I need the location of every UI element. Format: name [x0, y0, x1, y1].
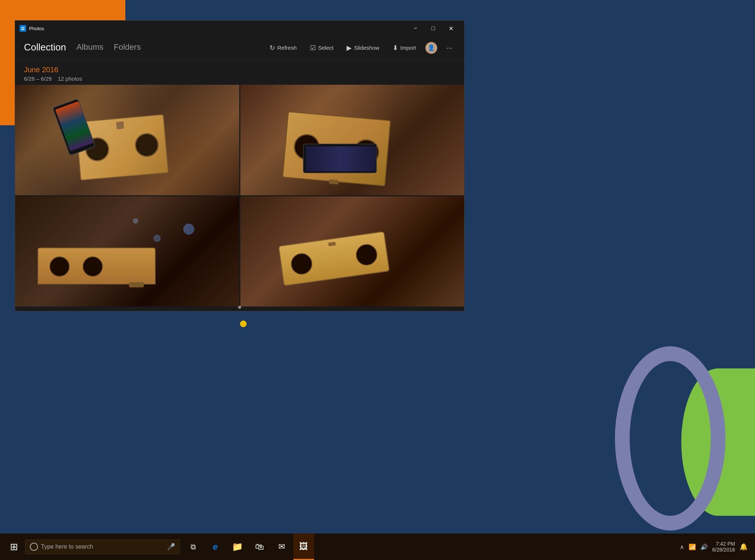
- toolbar-actions: ↻ Refresh ☑ Select ▶ Slideshow ⬇ Import …: [266, 42, 455, 54]
- notification-icon[interactable]: 🔔: [740, 543, 748, 551]
- date-header: June 2016 6/28 – 6/29 12 photos: [15, 60, 464, 85]
- photo-grid: [15, 85, 464, 307]
- close-button[interactable]: ✕: [442, 22, 460, 34]
- photo-2-inner: [240, 85, 465, 195]
- app-icon: 🖼: [20, 25, 26, 32]
- slideshow-button[interactable]: ▶ Slideshow: [343, 42, 383, 54]
- microphone-icon[interactable]: 🎤: [167, 543, 175, 551]
- photo-4[interactable]: [240, 196, 465, 307]
- search-icon: [30, 543, 38, 551]
- select-icon: ☑: [310, 44, 316, 52]
- title-bar-left: 🖼 Photos: [20, 25, 44, 32]
- search-bar[interactable]: Type here to search 🎤: [25, 539, 180, 554]
- slideshow-icon: ▶: [347, 44, 352, 52]
- import-button[interactable]: ⬇ Import: [389, 42, 420, 54]
- title-bar-controls: − □ ✕: [407, 22, 460, 34]
- folder-icon: 📁: [232, 542, 243, 552]
- bg-purple-arc: [615, 346, 726, 531]
- edge-icon: e: [213, 542, 218, 552]
- mail-icon: ✉: [278, 542, 285, 552]
- refresh-icon: ↻: [269, 44, 275, 52]
- tab-albums[interactable]: Albums: [76, 39, 103, 56]
- mail-button[interactable]: ✉: [271, 533, 292, 560]
- photo-1[interactable]: [15, 85, 239, 195]
- start-icon: ⊞: [10, 541, 18, 553]
- minimize-button[interactable]: −: [407, 22, 424, 34]
- title-bar: 🖼 Photos − □ ✕: [15, 21, 464, 36]
- taskbar: ⊞ Type here to search 🎤 ⧉ e 📁 🛍 ✉ 🖼 ∧ 📶 …: [0, 533, 755, 560]
- taskbar-icons: ⧉ e 📁 🛍 ✉ 🖼: [183, 533, 314, 560]
- tab-collection[interactable]: Collection: [24, 39, 66, 57]
- photos-button[interactable]: 🖼: [293, 533, 314, 560]
- store-icon: 🛍: [255, 542, 264, 552]
- date-range: 6/28 – 6/29 12 photos: [24, 76, 455, 82]
- slideshow-label: Slideshow: [354, 45, 379, 51]
- maximize-button[interactable]: □: [424, 22, 442, 34]
- toolbar: Collection Albums Folders ↻ Refresh ☑ Se…: [15, 36, 464, 60]
- user-avatar[interactable]: 👤: [425, 42, 437, 54]
- photo-4-inner: [240, 196, 465, 307]
- task-view-button[interactable]: ⧉: [183, 533, 203, 560]
- window-title: Photos: [29, 26, 44, 31]
- date-range-text: 6/28 – 6/29: [24, 76, 52, 82]
- photo-2[interactable]: [240, 85, 465, 195]
- clock: 7:42 PM6/28/2016: [712, 541, 735, 553]
- select-label: Select: [318, 45, 334, 51]
- edge-button[interactable]: e: [205, 533, 226, 560]
- taskbar-system-tray: ∧ 📶 🔊 7:42 PM6/28/2016 🔔: [680, 541, 752, 553]
- nav-tabs: Collection Albums Folders: [24, 39, 266, 57]
- scroll-indicator: [238, 306, 241, 309]
- photos-icon: 🖼: [299, 541, 308, 552]
- refresh-label: Refresh: [277, 45, 297, 51]
- photo-3-inner: [15, 196, 239, 307]
- select-button[interactable]: ☑ Select: [306, 42, 337, 54]
- search-placeholder: Type here to search: [41, 543, 164, 550]
- start-button[interactable]: ⊞: [3, 533, 25, 560]
- content-area: June 2016 6/28 – 6/29 12 photos: [15, 60, 464, 311]
- volume-icon: 🔊: [700, 543, 708, 550]
- photo-count: 12 photos: [58, 76, 82, 82]
- photos-window: 🖼 Photos − □ ✕ Collection Albums Folders…: [15, 20, 465, 311]
- network-icon: 📶: [689, 543, 696, 550]
- window-notification-dot: [240, 321, 247, 327]
- tab-folders[interactable]: Folders: [114, 39, 141, 56]
- task-view-icon: ⧉: [191, 543, 196, 551]
- import-icon: ⬇: [393, 44, 398, 52]
- more-button[interactable]: ···: [443, 42, 455, 53]
- file-explorer-button[interactable]: 📁: [227, 533, 248, 560]
- photo-1-inner: [15, 85, 239, 195]
- photo-3[interactable]: [15, 196, 239, 307]
- system-icons: ∧: [680, 543, 684, 550]
- store-button[interactable]: 🛍: [249, 533, 270, 560]
- import-label: Import: [400, 45, 416, 51]
- month-label: June 2016: [24, 66, 455, 74]
- refresh-button[interactable]: ↻ Refresh: [266, 42, 300, 54]
